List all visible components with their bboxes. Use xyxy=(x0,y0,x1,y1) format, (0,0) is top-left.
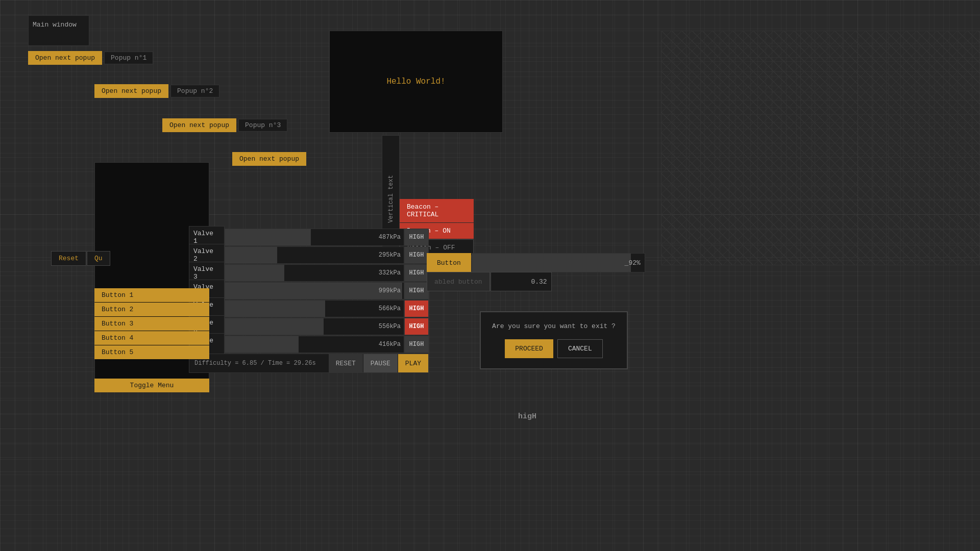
valve-1-value: 487kPa xyxy=(379,234,401,241)
valve-5-status: HIGH xyxy=(404,300,429,317)
popup-2-label: Popup n°2 xyxy=(170,85,219,97)
open-next-popup-1-button[interactable]: Open next popup xyxy=(28,51,102,65)
valve-row-4: Valve 4 999kPa HIGH xyxy=(189,282,429,299)
valve-1-bar: 487kPa xyxy=(225,229,404,246)
main-window-title: Main window xyxy=(33,21,77,29)
valve-4-value: 999kPa xyxy=(379,287,401,294)
valve-4-status: HIGH xyxy=(404,282,429,299)
hello-world-text: Hello World! xyxy=(386,77,445,86)
right-button[interactable]: Button xyxy=(427,253,471,272)
popup-3-label: Popup n°3 xyxy=(238,119,287,132)
main-window: Main window xyxy=(28,15,89,46)
hello-world-window: Hello World! xyxy=(329,31,503,133)
valve-7-bar: 416kPa xyxy=(225,336,404,353)
high-indicator: higH xyxy=(518,412,536,421)
valve-row-3: Valve 3 332kPa HIGH xyxy=(189,264,429,282)
value-input[interactable] xyxy=(491,272,552,291)
valve-6-status: HIGH xyxy=(404,318,429,335)
valve-4-bar: 999kPa xyxy=(225,282,404,299)
status-text: Difficulty = 6.85 / Time = 29.26s xyxy=(189,360,329,367)
valve-row-1: Valve 1 487kPa HIGH xyxy=(189,229,429,246)
right-controls-row-2: abled button xyxy=(427,272,552,291)
valve-3-bar: 332kPa xyxy=(225,264,404,282)
valve-2-bar: 295kPa xyxy=(225,246,404,264)
valve-2-status: HIGH xyxy=(404,246,429,264)
valve-7-status: HIGH xyxy=(404,336,429,353)
popup-2: Open next popup Popup n°2 xyxy=(94,84,219,99)
popup-1: Open next popup Popup n°1 xyxy=(28,51,153,66)
valve-row-6: Valve 6 556kPa HIGH xyxy=(189,318,429,335)
valve-table: Valve 1 487kPa HIGH Valve 2 295kPa HIGH … xyxy=(189,229,429,354)
open-next-popup-2-button[interactable]: Open next popup xyxy=(94,84,168,98)
right-controls-row: Button _92% xyxy=(427,253,645,272)
quit-button[interactable]: Qu xyxy=(87,251,110,266)
valve-2-value: 295kPa xyxy=(379,252,401,259)
toggle-menu-container: Toggle Menu xyxy=(94,379,209,392)
popup-3: Open next popup Popup n°3 xyxy=(162,118,287,133)
vertical-text: Vertical text xyxy=(387,175,395,223)
valve-5-bar: 566kPa xyxy=(225,300,404,317)
valve-7-value: 416kPa xyxy=(379,341,401,348)
button-4[interactable]: Button 4 xyxy=(94,331,209,345)
reset-quit-row: Reset Qu xyxy=(51,251,110,266)
button-2[interactable]: Button 2 xyxy=(94,303,209,316)
valve-row-2: Valve 2 295kPa HIGH xyxy=(189,246,429,264)
proceed-button[interactable]: PROCEED xyxy=(505,339,553,358)
button-panel: Button 1 Button 2 Button 3 Button 4 Butt… xyxy=(94,288,209,360)
valve-1-status: HIGH xyxy=(404,229,429,246)
valve-row-7: Valve 7 416kPa HIGH xyxy=(189,336,429,353)
crosshatch-area xyxy=(661,31,980,265)
open-next-popup-3-button[interactable]: Open next popup xyxy=(162,118,236,132)
disabled-button: abled button xyxy=(427,272,490,291)
valve-3-status: HIGH xyxy=(404,264,429,282)
beacon-critical-button[interactable]: Beacon – CRITICAL xyxy=(400,199,474,222)
valve-row-5: Valve 5 566kPa HIGH xyxy=(189,300,429,317)
button-5[interactable]: Button 5 xyxy=(94,345,209,359)
play-button[interactable]: PLAY xyxy=(398,354,428,372)
progress-value: _92% xyxy=(625,259,641,267)
pause-button[interactable]: PAUSE xyxy=(363,354,398,372)
popup-4: Open next popup xyxy=(232,152,306,167)
reset-valve-button[interactable]: RESET xyxy=(329,354,363,372)
dialog-question: Are you sure you want to exit ? xyxy=(491,322,617,330)
cancel-button[interactable]: CANCEL xyxy=(557,339,603,358)
button-1[interactable]: Button 1 xyxy=(94,288,209,302)
progress-bar: _92% xyxy=(472,253,645,272)
bottom-status-bar: Difficulty = 6.85 / Time = 29.26s RESET … xyxy=(189,354,429,373)
valve-6-bar: 556kPa xyxy=(225,318,404,335)
toggle-menu-button[interactable]: Toggle Menu xyxy=(94,379,209,392)
exit-dialog: Are you sure you want to exit ? PROCEED … xyxy=(480,311,628,369)
valve-6-value: 556kPa xyxy=(379,323,401,330)
reset-button[interactable]: Reset xyxy=(51,251,86,266)
button-3[interactable]: Button 3 xyxy=(94,317,209,331)
valve-5-value: 566kPa xyxy=(379,305,401,312)
popup-1-label: Popup n°1 xyxy=(104,52,153,64)
open-next-popup-4-button[interactable]: Open next popup xyxy=(232,152,306,166)
valve-3-value: 332kPa xyxy=(379,269,401,277)
